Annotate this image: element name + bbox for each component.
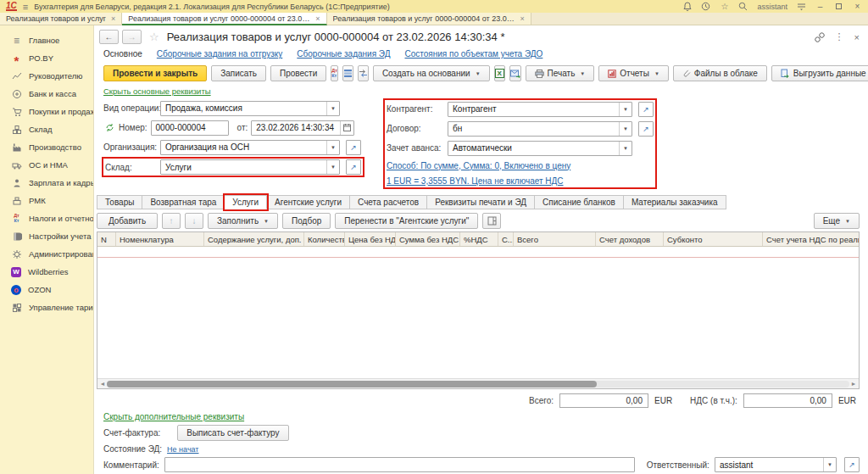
sidebar-item-rmk[interactable]: РМК — [0, 192, 93, 209]
hide-extra-attributes-link[interactable]: Скрыть дополнительные реквизиты — [103, 412, 244, 421]
post-button[interactable]: Провести — [270, 65, 326, 81]
nav-main[interactable]: Основное — [103, 49, 142, 59]
nav-edo-states[interactable]: Состояния по объектам учета ЭДО — [404, 49, 542, 59]
column-header[interactable]: Всего — [514, 232, 596, 246]
export-data-file-button[interactable]: Выгрузить данные в файл — [771, 65, 868, 81]
column-header[interactable]: Счет доходов — [596, 232, 664, 246]
sidebar-item-fixed-assets[interactable]: ОС и НМА — [0, 156, 93, 174]
sidebar-item-po-by[interactable]: * PO.BY — [0, 49, 93, 67]
column-header[interactable]: %НДС — [460, 232, 498, 246]
post-and-close-button[interactable]: Провести и закрыть — [103, 65, 207, 81]
dropdown-icon[interactable]: ▼ — [619, 122, 632, 136]
scrollbar-track[interactable] — [107, 381, 849, 388]
open-responsible-icon[interactable]: ↗ — [844, 457, 860, 472]
window-tab-document[interactable]: Реализация товаров и услуг 0000-000004 о… — [327, 13, 531, 25]
dropdown-icon[interactable]: ▼ — [823, 458, 836, 471]
favorites-star-icon[interactable]: ☆ — [720, 2, 729, 11]
close-form-icon[interactable]: × — [854, 32, 860, 42]
dropdown-icon[interactable]: ▼ — [619, 142, 632, 155]
document-tab[interactable]: Списание бланков — [535, 195, 624, 209]
column-header[interactable]: Цена без НДС — [345, 232, 396, 246]
fill-button[interactable]: Заполнить▼ — [208, 213, 278, 229]
ed-state-link[interactable]: Не начат — [167, 445, 198, 454]
current-user[interactable]: assistant — [757, 3, 787, 11]
dropdown-icon[interactable]: ▼ — [326, 160, 339, 174]
column-header[interactable]: Номенклатура — [116, 232, 204, 246]
favorite-star-icon[interactable]: ☆ — [149, 31, 159, 43]
sidebar-item-tariff-management[interactable]: Управление тарифом — [0, 298, 93, 316]
search-icon[interactable] — [738, 2, 748, 11]
nav-assembly-shipment[interactable]: Сборочные задания на отгрузку — [157, 49, 282, 59]
restore-button[interactable] — [834, 2, 843, 11]
column-header[interactable]: N — [97, 232, 116, 246]
open-organization-icon[interactable]: ↗ — [346, 140, 361, 155]
open-warehouse-icon[interactable]: ↗ — [346, 159, 361, 175]
column-header[interactable]: Счет учета НДС по реализации — [763, 232, 859, 246]
dropdown-icon[interactable]: ▼ — [326, 141, 339, 154]
issue-invoice-button[interactable]: Выписать счет-фактуру — [177, 425, 288, 441]
reports-button[interactable]: Отчеты▼ — [598, 65, 669, 81]
show-postings-button[interactable]: ДтКт — [331, 65, 338, 81]
sidebar-item-main[interactable]: ≡ Главное — [0, 31, 93, 49]
comment-input[interactable] — [164, 457, 635, 472]
contragent-field[interactable]: Контрагент ▼ — [448, 102, 632, 117]
notifications-bell-icon[interactable] — [682, 2, 692, 11]
get-link-icon[interactable] — [815, 32, 825, 42]
window-tab-list-form[interactable]: Реализация товаров и услуг × — [0, 13, 122, 25]
document-tab[interactable]: Реквизиты печати и ЭД — [427, 195, 535, 209]
sidebar-item-bank-cash[interactable]: Банк и касса — [0, 85, 93, 103]
service-menu-icon[interactable] — [797, 2, 806, 11]
total-amount-field[interactable]: 0,00 — [559, 393, 648, 408]
calendar-icon[interactable] — [340, 121, 353, 135]
document-tab[interactable]: Товары — [97, 195, 142, 209]
scroll-right-icon[interactable]: ► — [849, 381, 858, 387]
more-kebab-icon[interactable]: ⋮ — [835, 31, 844, 42]
export-excel-button[interactable]: X — [494, 65, 505, 81]
move-row-up-button[interactable]: ↑ — [162, 213, 181, 229]
calculation-method-link[interactable]: Способ: По сумме, Сумма: 0, Включено в ц… — [387, 161, 570, 170]
date-field[interactable]: 23.02.2026 14:30:34 — [251, 120, 354, 136]
window-tab-document-active[interactable]: Реализация товаров и услуг 0000-000004 о… — [122, 13, 326, 25]
subordination-structure-button[interactable] — [342, 65, 353, 81]
operation-field[interactable]: Продажа, комиссия ▼ — [160, 101, 340, 116]
column-header[interactable]: С... — [498, 232, 514, 246]
document-tab[interactable]: Услуги — [225, 195, 267, 209]
selection-button[interactable]: Подбор — [282, 213, 331, 229]
close-window-button[interactable]: × — [853, 2, 862, 11]
sidebar-item-production[interactable]: Производство — [0, 138, 93, 156]
dropdown-icon[interactable]: ▼ — [326, 102, 339, 115]
dropdown-icon[interactable]: ▼ — [619, 103, 632, 116]
send-email-button[interactable] — [509, 65, 521, 81]
column-header[interactable]: Содержание услуги, доп. сведения — [204, 232, 304, 246]
number-field[interactable]: 0000-000004 — [151, 120, 229, 136]
tab-close-icon[interactable]: × — [520, 14, 525, 23]
move-to-agent-services-button[interactable]: Перенести в "Агентские услуги" — [335, 213, 478, 229]
forward-button[interactable]: → — [122, 30, 142, 44]
table-current-row[interactable] — [97, 247, 859, 258]
scroll-left-icon[interactable]: ◄ — [98, 381, 107, 387]
sidebar-item-administration[interactable]: Администрирование — [0, 245, 93, 263]
form-settings-button[interactable] — [482, 213, 501, 229]
related-documents-button[interactable] — [358, 65, 369, 81]
currency-rate-link[interactable]: 1 EUR = 3,3555 BYN. Цена не включает НДС — [387, 176, 564, 186]
move-row-down-button[interactable]: ↓ — [185, 213, 203, 229]
sidebar-item-wildberries[interactable]: W Wildberries — [0, 263, 93, 281]
organization-field[interactable]: Организация на ОСН ▼ — [160, 140, 340, 155]
document-tab[interactable]: Материалы заказчика — [624, 195, 726, 209]
minimize-button[interactable]: – — [815, 2, 825, 11]
sidebar-item-taxes-reports[interactable]: ДтКт Налоги и отчетность — [0, 209, 93, 227]
scrollbar-thumb[interactable] — [107, 381, 597, 388]
tab-close-icon[interactable]: × — [315, 14, 320, 23]
sidebar-item-accounting-settings[interactable]: Настройки учета — [0, 227, 93, 245]
main-menu-icon[interactable]: ≡ — [23, 3, 28, 11]
sidebar-item-purchases-sales[interactable]: Покупки и продажи — [0, 103, 93, 120]
document-tab[interactable]: Возвратная тара — [142, 195, 225, 209]
horizontal-scrollbar[interactable]: ◄ ► — [97, 378, 859, 388]
document-tab[interactable]: Агентские услуги — [267, 195, 350, 209]
open-contragent-icon[interactable]: ↗ — [638, 102, 654, 117]
table-more-button[interactable]: Еще▼ — [814, 213, 860, 229]
document-tab[interactable]: Счета расчетов — [350, 195, 427, 209]
edit-number-icon[interactable] — [103, 122, 115, 133]
column-header[interactable]: Субконто — [664, 232, 763, 246]
nav-assembly-ed[interactable]: Сборочные задания ЭД — [297, 49, 390, 59]
